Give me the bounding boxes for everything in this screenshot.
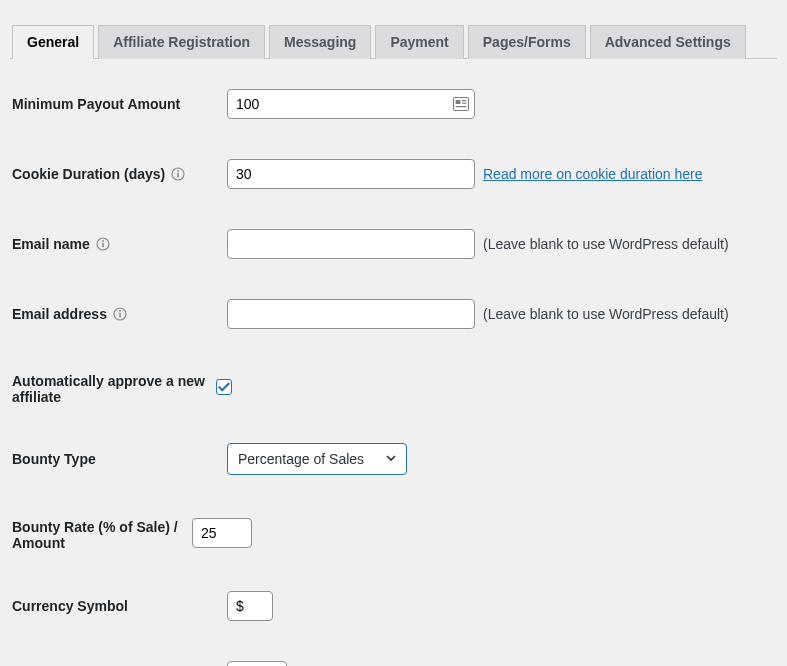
input-cookie-duration[interactable] <box>227 159 475 189</box>
label-min-payout: Minimum Payout Amount <box>12 96 227 112</box>
label-email-address-text: Email address <box>12 306 107 322</box>
label-currency-symbol: Currency Symbol <box>12 598 227 614</box>
row-currency-code: Currency Code <box>10 661 777 666</box>
tab-payment[interactable]: Payment <box>375 25 463 59</box>
row-bounty-type: Bounty Type Percentage of Sales <box>10 443 777 475</box>
row-currency-symbol: Currency Symbol <box>10 591 777 621</box>
control-email-address: (Leave blank to use WordPress default) <box>227 299 777 329</box>
tab-general[interactable]: General <box>12 25 94 59</box>
label-cookie-duration: Cookie Duration (days) <box>12 166 227 182</box>
control-auto-approve <box>212 376 777 398</box>
row-email-address: Email address (Leave blank to use WordPr… <box>10 299 777 329</box>
control-cookie-duration: Read more on cookie duration here <box>227 159 777 189</box>
row-bounty-rate: Bounty Rate (% of Sale) / Amount <box>10 515 777 551</box>
svg-rect-10 <box>102 243 104 248</box>
label-bounty-rate: Bounty Rate (% of Sale) / Amount <box>12 515 192 551</box>
input-bounty-rate[interactable] <box>192 518 252 548</box>
tab-affiliate-registration[interactable]: Affiliate Registration <box>98 25 265 59</box>
control-bounty-type: Percentage of Sales <box>227 443 777 475</box>
svg-point-9 <box>102 240 104 242</box>
tab-pages-forms[interactable]: Pages/Forms <box>468 25 586 59</box>
control-currency-code <box>227 661 777 666</box>
row-email-name: Email name (Leave blank to use WordPress… <box>10 229 777 259</box>
row-min-payout: Minimum Payout Amount <box>10 89 777 119</box>
control-currency-symbol <box>227 591 777 621</box>
control-min-payout <box>227 89 777 119</box>
select-bounty-type[interactable]: Percentage of Sales <box>227 443 407 475</box>
label-bounty-type: Bounty Type <box>12 451 227 467</box>
settings-page: General Affiliate Registration Messaging… <box>0 0 787 666</box>
row-cookie-duration: Cookie Duration (days) Read more on cook… <box>10 159 777 189</box>
input-email-name[interactable] <box>227 229 475 259</box>
tab-messaging[interactable]: Messaging <box>269 25 371 59</box>
svg-rect-7 <box>177 173 179 178</box>
label-email-name: Email name <box>12 236 227 252</box>
svg-point-6 <box>177 170 179 172</box>
label-cookie-duration-text: Cookie Duration (days) <box>12 166 165 182</box>
input-min-payout[interactable] <box>227 89 475 119</box>
control-bounty-rate <box>192 518 777 548</box>
input-currency-code[interactable] <box>227 661 287 666</box>
hint-email-address: (Leave blank to use WordPress default) <box>483 306 729 322</box>
hint-email-name: (Leave blank to use WordPress default) <box>483 236 729 252</box>
checkbox-auto-approve[interactable] <box>216 379 232 395</box>
tab-advanced-settings[interactable]: Advanced Settings <box>590 25 746 59</box>
row-auto-approve: Automatically approve a new affiliate <box>10 369 777 405</box>
svg-point-12 <box>119 310 121 312</box>
control-email-name: (Leave blank to use WordPress default) <box>227 229 777 259</box>
label-auto-approve: Automatically approve a new affiliate <box>12 369 212 405</box>
tabs: General Affiliate Registration Messaging… <box>10 10 777 59</box>
input-email-address[interactable] <box>227 299 475 329</box>
label-email-name-text: Email name <box>12 236 90 252</box>
info-icon <box>113 307 127 321</box>
label-email-address: Email address <box>12 306 227 322</box>
info-icon <box>96 237 110 251</box>
info-icon <box>171 167 185 181</box>
link-cookie-duration-help[interactable]: Read more on cookie duration here <box>483 166 702 182</box>
svg-rect-13 <box>119 313 121 318</box>
input-currency-symbol[interactable] <box>227 591 273 621</box>
